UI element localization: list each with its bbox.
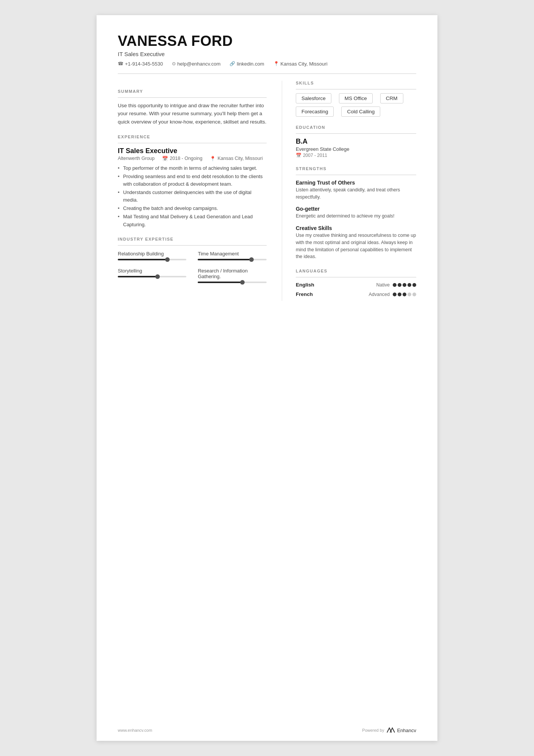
footer: www.enhancv.com Powered by Enhancv xyxy=(118,727,416,733)
strength-1: Go-getter Energetic and determined to ac… xyxy=(296,206,416,220)
skill-bar-bg-2 xyxy=(118,276,186,277)
exp-job-title: IT Sales Executive xyxy=(118,147,267,155)
dot-f2 xyxy=(398,293,401,296)
exp-date: 2018 - Ongoing xyxy=(170,156,202,161)
strength-desc-1: Energetic and determined to achieve my g… xyxy=(296,213,416,220)
contact-location: 📍 Kansas City, Missouri xyxy=(273,61,328,67)
experience-section: EXPERIENCE IT Sales Executive Altenwerth… xyxy=(118,135,267,229)
skills-label: SKILLS xyxy=(296,81,416,85)
skill-bar-fill-2 xyxy=(118,276,158,277)
strength-title-0: Earning Trust of Others xyxy=(296,180,416,186)
dot-e4 xyxy=(408,283,411,287)
skills-section: SKILLS Salesforce MS Office CRM Forecast… xyxy=(296,81,416,117)
education-label: EDUCATION xyxy=(296,125,416,130)
skill-storytelling: Storytelling xyxy=(118,268,186,283)
dot-f4 xyxy=(408,293,411,296)
right-column: SKILLS Salesforce MS Office CRM Forecast… xyxy=(282,81,416,301)
strength-desc-0: Listen attentively, speak candidly, and … xyxy=(296,186,416,201)
skill-bar-fill-1 xyxy=(198,259,251,260)
languages-label: LANGUAGES xyxy=(296,269,416,273)
expertise-section: INDUSTRY EXPERTISE Relationship Building… xyxy=(118,237,267,283)
skill-name-2: Storytelling xyxy=(118,268,186,274)
calendar-icon: 📅 xyxy=(162,156,168,161)
edu-date: 📅 2007 - 2011 xyxy=(296,153,416,158)
exp-company: Altenwerth Group xyxy=(118,156,155,161)
exp-meta: Altenwerth Group 📅 2018 - Ongoing 📍 Kans… xyxy=(118,156,267,161)
resume-page: VANESSA FORD IT Sales Executive ☎ +1-914… xyxy=(97,15,437,741)
skill-dot-0 xyxy=(165,257,170,262)
lang-level-french: Advanced xyxy=(368,292,390,297)
skill-tag-salesforce: Salesforce xyxy=(296,93,331,103)
header: VANESSA FORD IT Sales Executive ☎ +1-914… xyxy=(118,33,416,67)
skill-bar-fill-3 xyxy=(198,282,242,283)
candidate-name: VANESSA FORD xyxy=(118,33,416,49)
skill-bar-bg-3 xyxy=(198,282,266,283)
skill-name-3: Research / Information Gathering. xyxy=(198,268,266,279)
edu-degree: B.A xyxy=(296,138,416,146)
skill-time-management: Time Management xyxy=(198,251,266,260)
bullet-1: Top performer of the month in terms of a… xyxy=(118,164,267,172)
strengths-section: STRENGTHS Earning Trust of Others Listen… xyxy=(296,166,416,260)
strengths-label: STRENGTHS xyxy=(296,166,416,171)
education-section: EDUCATION B.A Evergreen State College 📅 … xyxy=(296,125,416,158)
experience-label: EXPERIENCE xyxy=(118,135,267,139)
left-column: SUMMARY Use this opportunity to intrigue… xyxy=(118,81,267,301)
bullet-3: Understands customer delinquencies with … xyxy=(118,189,267,204)
dot-e2 xyxy=(398,283,401,287)
expertise-label: INDUSTRY EXPERTISE xyxy=(118,237,267,241)
summary-label: SUMMARY xyxy=(118,89,267,94)
skill-dot-1 xyxy=(249,257,254,262)
skill-tag-crm: CRM xyxy=(380,93,403,103)
skill-research: Research / Information Gathering. xyxy=(198,268,266,283)
dot-f5 xyxy=(412,293,416,296)
skill-tag-coldcalling: Cold Calling xyxy=(341,106,380,117)
experience-item: IT Sales Executive Altenwerth Group 📅 20… xyxy=(118,147,267,229)
powered-by-text: Powered by xyxy=(362,728,384,733)
strength-2: Creative Skills Use my creative thinking… xyxy=(296,225,416,260)
edu-calendar-icon: 📅 xyxy=(296,153,301,158)
main-content: SUMMARY Use this opportunity to intrigue… xyxy=(118,81,416,301)
skills-row-1: Salesforce MS Office CRM xyxy=(296,93,416,103)
link-icon: 🔗 xyxy=(230,61,235,66)
lang-dots-french xyxy=(393,293,416,296)
enhancv-logo: Enhancv xyxy=(386,727,416,733)
contact-linkedin: 🔗 linkedin.com xyxy=(230,61,264,67)
map-pin-icon: 📍 xyxy=(210,156,216,161)
enhancv-logo-svg xyxy=(386,727,395,733)
candidate-title: IT Sales Executive xyxy=(118,51,416,57)
exp-location: Kansas City, Missouri xyxy=(217,156,262,161)
skill-tag-forecasting: Forecasting xyxy=(296,106,334,117)
exp-bullets: Top performer of the month in terms of a… xyxy=(118,164,267,229)
footer-brand: Powered by Enhancv xyxy=(362,727,416,733)
skill-bar-bg-1 xyxy=(198,259,266,260)
footer-website: www.enhancv.com xyxy=(118,728,152,733)
dot-f1 xyxy=(393,293,397,296)
skills-row-2: Forecasting Cold Calling xyxy=(296,106,416,117)
email-icon: ⊙ xyxy=(172,61,176,66)
edu-school: Evergreen State College xyxy=(296,146,416,152)
bullet-2: Providing seamless and end to end debt r… xyxy=(118,173,267,188)
dot-e3 xyxy=(403,283,406,287)
bullet-4: Creating the batch and develop campaigns… xyxy=(118,205,267,212)
dot-e1 xyxy=(393,283,397,287)
edu-date-text: 2007 - 2011 xyxy=(303,153,327,158)
exp-location-item: 📍 Kansas City, Missouri xyxy=(210,156,262,161)
dot-e5 xyxy=(412,283,416,287)
phone-icon: ☎ xyxy=(118,61,123,66)
strength-title-1: Go-getter xyxy=(296,206,416,212)
strength-0: Earning Trust of Others Listen attentive… xyxy=(296,180,416,201)
location-icon: 📍 xyxy=(273,61,279,66)
lang-name-french: French xyxy=(296,291,313,297)
contact-phone: ☎ +1-914-345-5530 xyxy=(118,61,163,67)
lang-level-english: Native xyxy=(376,282,390,288)
summary-text: Use this opportunity to intrigue and dra… xyxy=(118,102,267,126)
strength-title-2: Creative Skills xyxy=(296,225,416,231)
skill-tag-msoffice: MS Office xyxy=(339,93,373,103)
language-french: French Advanced xyxy=(296,291,416,297)
strength-desc-2: Use my creative thinking and resourceful… xyxy=(296,232,416,260)
brand-name: Enhancv xyxy=(397,728,416,733)
lang-dots-english xyxy=(393,283,416,287)
bullet-5: Mail Testing and Mail Delivery & Lead Ge… xyxy=(118,213,267,228)
skill-name-0: Relationship Building xyxy=(118,251,186,257)
expertise-grid: Relationship Building Time Management xyxy=(118,251,267,283)
